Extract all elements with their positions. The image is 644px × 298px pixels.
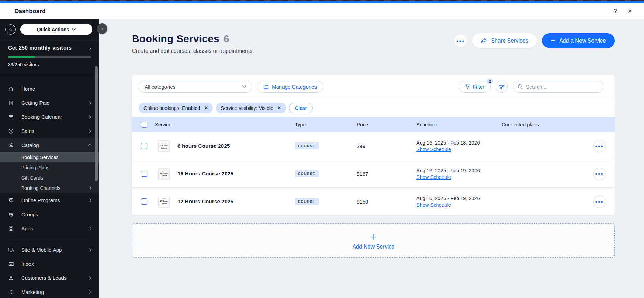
show-schedule-link[interactable]: Show Schedule	[416, 202, 502, 208]
row-checkbox[interactable]	[141, 171, 147, 177]
add-a-new-service-label: Add a New Service	[559, 38, 606, 44]
page-title: Booking Services	[132, 33, 219, 45]
row-checkbox[interactable]	[141, 143, 147, 149]
add-a-new-service-button[interactable]: + Add a New Service	[542, 33, 615, 48]
sidebar-item-apps[interactable]: Apps	[0, 221, 99, 236]
folder-icon	[263, 84, 269, 89]
sidebar-item-marketing[interactable]: Marketing	[0, 285, 99, 298]
search-icon	[518, 84, 523, 89]
svg-text:$: $	[10, 130, 12, 133]
show-schedule-link[interactable]: Show Schedule	[416, 147, 502, 152]
filter-chip-online-bookings[interactable]: Online bookings: Enabled ✕	[139, 103, 213, 113]
search-box	[513, 81, 603, 93]
visitors-promo-header[interactable]: Get 250 monthly visitors ›	[8, 45, 91, 51]
customers-icon	[8, 275, 14, 280]
services-toolbar: All categories Manage Categories Filt	[132, 75, 615, 99]
sidebar-item-label: Catalog	[21, 142, 39, 148]
show-schedule-link[interactable]: Show Schedule	[416, 174, 502, 180]
filter-funnel-icon	[465, 84, 470, 89]
sidebar-item-booking-channels[interactable]: Booking Channels	[0, 183, 99, 193]
sidebar-item-booking-calendar[interactable]: Booking Calendar	[0, 110, 99, 124]
star-icon[interactable]: ☆	[5, 24, 16, 35]
advanced-filters-button[interactable]	[496, 81, 508, 93]
thumbnail-image-mark	[162, 142, 166, 144]
help-icon[interactable]: ?	[610, 8, 620, 15]
share-services-button[interactable]: Share Services	[472, 33, 537, 48]
workspace: ☆ Quick Actions Get 250 monthly visitors…	[0, 19, 644, 298]
sidebar-item-groups[interactable]: Groups	[0, 207, 99, 221]
site-mobile-icon	[8, 247, 14, 253]
sidebar-item-catalog[interactable]: Catalog	[0, 138, 99, 152]
visitors-progress-label: 83/250 visitors	[8, 62, 91, 67]
add-new-service-button[interactable]: + Add New Service	[132, 224, 615, 258]
thumbnail-text: Course	[161, 203, 167, 205]
sidebar-scrollbar-thumb[interactable]	[95, 66, 98, 181]
service-count: 6	[223, 33, 229, 45]
row-checkbox[interactable]	[141, 198, 147, 205]
sidebar-item-label: Online Programs	[21, 197, 60, 203]
more-actions-button[interactable]: ●●●	[454, 34, 467, 47]
select-all-checkbox[interactable]	[141, 122, 147, 128]
chip-close-icon[interactable]: ✕	[277, 105, 281, 111]
close-icon[interactable]: ✕	[625, 8, 634, 14]
sidebar-item-home[interactable]: Home	[0, 82, 99, 96]
service-price: $150	[357, 199, 416, 205]
chip-close-icon[interactable]: ✕	[204, 105, 208, 111]
row-more-actions-button[interactable]: ●●●	[593, 140, 606, 152]
sidebar-item-customers-leads[interactable]: Customers & Leads	[0, 271, 99, 285]
filter-chip-label: Online bookings: Enabled	[143, 105, 200, 111]
sidebar-item-inbox[interactable]: Inbox	[0, 257, 99, 271]
column-header-schedule: Schedule	[416, 122, 502, 127]
sidebar-item-getting-paid[interactable]: $Getting Paid	[0, 96, 99, 110]
row-more-actions-button[interactable]: ●●●	[593, 168, 606, 180]
service-schedule: Aug 16, 2025 - Feb 18, 2026	[416, 140, 502, 146]
groups-icon	[8, 212, 14, 217]
sidebar-item-label: Getting Paid	[21, 100, 50, 106]
service-schedule: Aug 16, 2025 - Feb 19, 2026	[416, 168, 502, 173]
chevron-right-icon	[89, 186, 92, 190]
thumbnail-text: 16 Hours	[160, 172, 168, 175]
sidebar-item-label: Booking Channels	[21, 185, 60, 191]
apps-icon	[8, 226, 14, 231]
sidebar-item-pricing-plans[interactable]: Pricing Plans	[0, 162, 99, 173]
plus-icon: +	[551, 36, 555, 45]
search-input[interactable]	[526, 84, 599, 90]
sidebar-item-label: Sales	[21, 128, 34, 134]
table-header: Service Type Price Schedule Connected pl…	[132, 117, 615, 132]
sidebar-item-booking-services[interactable]: Booking Services	[0, 152, 99, 162]
manage-categories-label: Manage Categories	[272, 84, 317, 90]
sidebar: ☆ Quick Actions Get 250 monthly visitors…	[0, 19, 99, 298]
filter-chip-service-visibility[interactable]: Service visibility: Visible ✕	[216, 103, 286, 113]
sidebar-item-online-programs[interactable]: Online Programs	[0, 193, 99, 207]
row-more-actions-button[interactable]: ●●●	[593, 195, 606, 208]
sidebar-collapse-button[interactable]: ‹	[97, 23, 107, 34]
clear-filters-button[interactable]: Clear	[289, 103, 313, 113]
home-icon	[8, 86, 14, 92]
quick-actions-button[interactable]: Quick Actions	[20, 24, 92, 35]
service-type-badge: COURSE	[295, 142, 319, 149]
manage-categories-button[interactable]: Manage Categories	[257, 81, 323, 93]
active-filters-row: Online bookings: Enabled ✕ Service visib…	[132, 99, 615, 117]
category-select[interactable]: All categories	[139, 81, 252, 93]
table-body: 8 Hours Course 8 hours Course 2025 COURS…	[132, 132, 615, 215]
sidebar-item-sales[interactable]: $Sales	[0, 124, 99, 138]
quick-actions-row: ☆ Quick Actions	[0, 19, 99, 39]
sliders-icon	[499, 84, 505, 89]
sidebar-item-gift-cards[interactable]: Gift Cards	[0, 173, 99, 183]
sidebar-item-label: Pricing Plans	[21, 165, 49, 170]
column-header-service: Service	[155, 122, 295, 127]
sidebar-item-label: Groups	[21, 211, 38, 217]
sidebar-item-label: Home	[21, 86, 35, 92]
chevron-down-icon	[242, 85, 246, 88]
thumbnail-text: Course	[161, 147, 167, 149]
chevron-right-icon	[89, 227, 92, 230]
sidebar-item-site-mobile-app[interactable]: Site & Mobile App	[0, 243, 99, 257]
service-title[interactable]: 8 hours Course 2025	[177, 143, 230, 149]
service-title[interactable]: 12 Hours Course 2025	[177, 198, 233, 205]
service-title[interactable]: 16 Hours Course 2025	[177, 171, 233, 177]
table-row: 16 Hours Course 16 Hours Course 2025 COU…	[132, 160, 615, 187]
filter-button[interactable]: Filter	[459, 81, 491, 93]
service-thumbnail: 12 Hours Course	[158, 196, 170, 207]
thumbnail-text: 8 Hours	[160, 145, 168, 147]
category-select-value: All categories	[145, 84, 175, 90]
